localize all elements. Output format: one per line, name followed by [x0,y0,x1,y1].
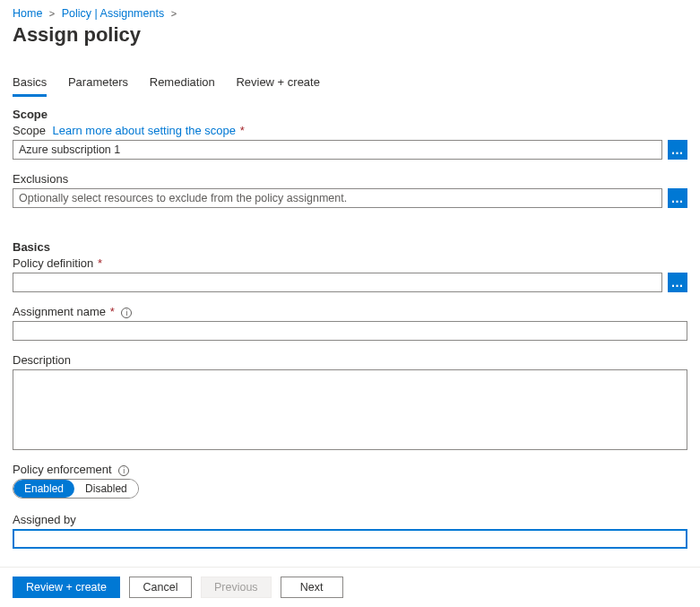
scope-label-row: Scope Learn more about setting the scope… [13,124,687,137]
policy-enforcement-label: Policy enforcement [13,463,112,476]
next-button[interactable]: Next [281,577,343,598]
description-input[interactable] [13,369,687,450]
scope-input[interactable] [13,140,662,160]
ellipsis-icon: … [671,276,685,289]
page-title: Assign policy [13,23,687,47]
exclusions-label: Exclusions [13,172,687,186]
breadcrumb-home[interactable]: Home [13,7,42,20]
ellipsis-icon: … [671,143,685,156]
scope-label: Scope [13,124,46,137]
required-icon: * [110,305,115,318]
exclusions-input[interactable] [13,188,662,208]
required-icon: * [98,256,102,270]
info-icon[interactable]: i [121,308,132,318]
chevron-right-icon: > [49,8,55,19]
assignment-name-input[interactable] [13,321,687,341]
policy-definition-label: Policy definition [13,256,93,270]
exclusions-picker-button[interactable]: … [668,188,687,208]
info-icon[interactable]: i [118,465,129,476]
description-label: Description [13,353,687,367]
policy-definition-input[interactable] [13,273,662,292]
breadcrumb: Home > Policy | Assignments > [13,7,687,20]
section-scope-header: Scope [13,108,687,121]
policy-definition-picker-button[interactable]: … [668,273,687,292]
tab-remediation[interactable]: Remediation [150,70,215,97]
enforcement-enabled-option[interactable]: Enabled [13,480,74,498]
scope-picker-button[interactable]: … [668,140,687,160]
tab-review-create[interactable]: Review + create [236,70,320,97]
policy-enforcement-toggle[interactable]: Enabled Disabled [13,479,139,499]
policy-definition-label-row: Policy definition * [13,256,687,270]
breadcrumb-policy-assignments[interactable]: Policy | Assignments [62,7,164,20]
tabs: Basics Parameters Remediation Review + c… [13,70,687,97]
tab-basics[interactable]: Basics [13,70,47,97]
ellipsis-icon: … [671,192,685,204]
assigned-by-label: Assigned by [13,513,687,526]
assignment-name-label: Assignment name [13,305,106,318]
section-basics-header: Basics [13,240,687,254]
previous-button: Previous [201,577,272,598]
footer: Review + create Cancel Previous Next [0,567,700,607]
chevron-right-icon: > [171,8,177,19]
required-icon: * [240,124,245,137]
enforcement-disabled-option[interactable]: Disabled [74,480,138,498]
policy-enforcement-label-row: Policy enforcement i [13,463,687,476]
scope-learn-more-link[interactable]: Learn more about setting the scope [53,124,237,137]
cancel-button[interactable]: Cancel [129,577,192,598]
review-create-button[interactable]: Review + create [13,577,120,598]
assignment-name-label-row: Assignment name * i [13,305,687,318]
assigned-by-input[interactable] [13,529,687,549]
tab-parameters[interactable]: Parameters [68,70,128,97]
